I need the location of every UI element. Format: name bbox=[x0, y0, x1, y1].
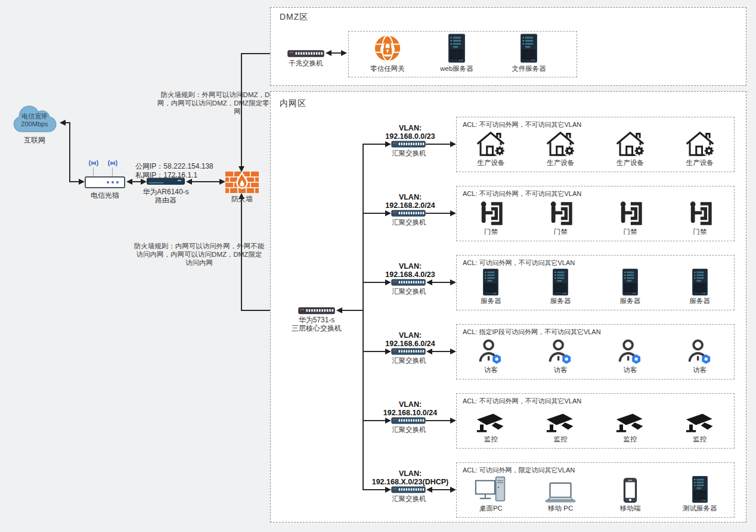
agg-switch-label: 汇聚交换机 bbox=[383, 357, 435, 365]
device: 生产设备 bbox=[669, 130, 731, 167]
connector-arrow bbox=[79, 179, 85, 185]
house-gear-icon bbox=[685, 130, 715, 157]
core-switch-label-line2: 三层核心交换机 bbox=[278, 324, 355, 332]
antenna-stem bbox=[112, 167, 113, 176]
vlan6-heading: VLAN: 192.168.X.0/23(DHCP) bbox=[359, 469, 461, 486]
device: 访客 bbox=[669, 338, 731, 374]
agg-switch-icon bbox=[391, 279, 426, 286]
device: 门禁 bbox=[669, 200, 731, 236]
agg-switch-icon bbox=[391, 141, 426, 148]
dmz-zone-title: DMZ区 bbox=[280, 12, 308, 23]
connector-arrow bbox=[450, 141, 456, 147]
lan-zone-title: 内网区 bbox=[280, 98, 306, 109]
agg-switch-label: 汇聚交换机 bbox=[383, 150, 435, 157]
vlan5-devices: 监控 监控 监控 监控 bbox=[456, 404, 735, 443]
core-switch-label-line1: 华为5731-s bbox=[278, 316, 355, 324]
internet-label: 互联网 bbox=[10, 136, 60, 144]
device: 生产设备 bbox=[529, 130, 591, 167]
visitor-icon bbox=[478, 338, 504, 365]
connector bbox=[241, 199, 242, 310]
connector bbox=[364, 489, 386, 490]
connector-arrow bbox=[450, 210, 456, 216]
connector-arrow bbox=[450, 487, 456, 493]
device: 桌面PC bbox=[460, 476, 522, 512]
vlan3-devices: 服务器 服务器 服务器 服务器 bbox=[456, 266, 735, 305]
device: 访客 bbox=[460, 338, 522, 374]
agg-switch-icon bbox=[391, 210, 426, 217]
device: 门禁 bbox=[529, 200, 591, 236]
server-icon bbox=[692, 476, 708, 503]
web-server-label: web服务器 bbox=[433, 65, 481, 73]
connector bbox=[432, 489, 450, 490]
house-gear-icon bbox=[615, 130, 645, 157]
visitor-icon bbox=[617, 338, 643, 365]
vlan2-heading: VLAN: 192.168.2.0/24 bbox=[359, 193, 461, 210]
connector-arrow bbox=[326, 50, 331, 56]
connector bbox=[364, 144, 386, 145]
core-switch-icon bbox=[298, 307, 335, 315]
device: 移动 PC bbox=[529, 482, 591, 512]
connector-arrow bbox=[126, 179, 132, 185]
agg-switch-icon bbox=[391, 417, 426, 424]
connector-arrow bbox=[450, 279, 456, 285]
connector-arrow bbox=[426, 487, 432, 493]
connector-arrow bbox=[336, 307, 342, 313]
vlan2-devices: 门禁 门禁 门禁 门禁 bbox=[456, 197, 735, 236]
device: 服务器 bbox=[599, 269, 661, 305]
router-label-line2: 路由器 bbox=[128, 196, 204, 204]
door-access-icon bbox=[547, 200, 574, 226]
connector-arrow bbox=[385, 349, 391, 354]
web-server-icon bbox=[448, 33, 465, 63]
public-ip-label: 公网IP：58.222.154.138 bbox=[135, 162, 213, 171]
camera-icon bbox=[685, 412, 715, 434]
camera-icon bbox=[615, 412, 645, 434]
connector-arrow bbox=[426, 349, 432, 354]
device: 监控 bbox=[599, 412, 661, 443]
visitor-icon bbox=[547, 338, 574, 365]
agg-switch-icon bbox=[391, 486, 426, 493]
zero-trust-gateway-label: 零信任网关 bbox=[364, 65, 411, 73]
connector-arrow bbox=[385, 141, 391, 147]
network-topology-diagram: 电信宽带 200Mbps 互联网 电信光猫 华为AR6140-s 路由器 公网I… bbox=[0, 0, 756, 532]
connector bbox=[364, 351, 386, 352]
cloud-line2: 200Mbps bbox=[10, 120, 60, 128]
router-label-line1: 华为AR6140-s bbox=[128, 188, 204, 196]
connector bbox=[192, 181, 219, 182]
connector bbox=[69, 122, 70, 182]
connector bbox=[364, 420, 386, 421]
connector-arrow bbox=[341, 50, 347, 56]
device: 服务器 bbox=[669, 269, 731, 305]
connector bbox=[241, 54, 242, 166]
device: 服务器 bbox=[460, 269, 522, 305]
device: 测试服务器 bbox=[669, 476, 731, 512]
laptop-icon bbox=[544, 482, 577, 503]
gigabit-switch-icon bbox=[287, 50, 324, 57]
connector-arrow bbox=[219, 179, 225, 185]
vlan5-heading: VLAN: 192.168.10.0/24 bbox=[359, 400, 461, 417]
firewall-label: 防火墙 bbox=[225, 195, 259, 203]
device: 门禁 bbox=[599, 200, 661, 236]
vlan6-devices: 桌面PC 移动 PC 移动端 测试服务器 bbox=[456, 473, 735, 512]
connector bbox=[432, 282, 450, 283]
agg-switch-label: 汇聚交换机 bbox=[383, 219, 435, 226]
device: 生产设备 bbox=[599, 130, 661, 167]
modem-icon bbox=[85, 176, 125, 188]
visitor-icon bbox=[687, 338, 713, 365]
firewall-rule-lan-note: 防火墙规则：内网可以访问外网，外网不能访问内网，内网可以访问DMZ，DMZ限定访… bbox=[134, 242, 265, 267]
device: 监控 bbox=[460, 412, 522, 443]
vlan4-heading: VLAN: 192.168.6.0/24 bbox=[359, 331, 461, 348]
connector-arrow bbox=[186, 179, 192, 185]
connector-arrow bbox=[385, 210, 391, 216]
server-icon bbox=[622, 269, 638, 295]
connector bbox=[426, 144, 450, 145]
connector-arrow bbox=[385, 487, 391, 493]
agg-switch-icon bbox=[391, 348, 426, 355]
server-icon bbox=[553, 269, 568, 295]
device: 移动端 bbox=[599, 478, 661, 512]
desktop-pc-icon bbox=[475, 476, 507, 503]
antenna-stem bbox=[93, 167, 94, 176]
connector bbox=[132, 181, 141, 182]
door-access-icon bbox=[478, 200, 504, 226]
device: 生产设备 bbox=[460, 130, 522, 167]
agg-switch-label: 汇聚交换机 bbox=[383, 426, 435, 434]
